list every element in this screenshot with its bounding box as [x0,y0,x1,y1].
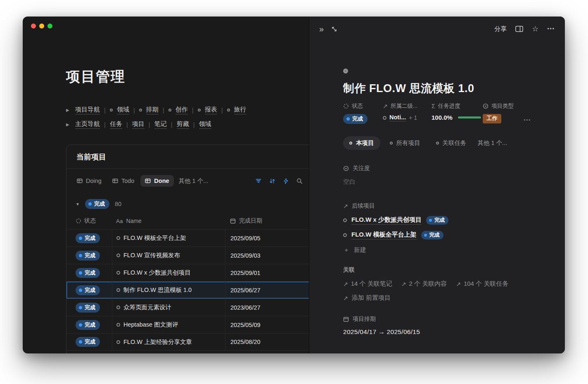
property-parent-value[interactable]: Noti... + 1 [383,114,432,121]
view-tab-doing[interactable]: Doing [72,175,106,187]
nav-link-projects[interactable]: 项目 [132,120,145,129]
property-type-value[interactable]: 工作 [483,114,519,123]
side-peek-layout-icon[interactable] [515,26,523,32]
property-type-label[interactable]: 项目类型 [483,102,519,110]
related-content-link[interactable]: ↗ 2 个 关联内容 [401,280,447,288]
more-options-icon[interactable]: ••• [547,26,555,32]
expand-page-icon[interactable] [331,26,337,32]
nav-link-domain2[interactable]: 领域 [199,120,211,129]
nav-link-clips[interactable]: 剪藏 [177,120,189,129]
view-tab-done[interactable]: Done [140,175,173,187]
row-title[interactable]: Heptabase 图文测评 [123,321,178,329]
filter-icon[interactable] [256,178,261,184]
row-date[interactable]: 2025/09/01 [230,270,261,276]
status-badge[interactable]: 完成 [76,233,100,243]
new-followup-button[interactable]: ＋ 新建 [343,246,531,254]
nav-link-domain[interactable]: 领域 [117,106,129,114]
followup-page-link[interactable]: FLO.W 模板全平台上架 [351,231,417,239]
minimize-window-button[interactable] [39,24,44,28]
column-header-name[interactable]: Aa Name [112,218,225,224]
schedule-property-label[interactable]: 项目排期 [343,315,531,323]
sort-icon[interactable] [269,178,275,184]
view-tab-todo[interactable]: Todo [108,175,139,187]
attention-empty-value[interactable]: 空白 [343,178,531,186]
automation-bolt-icon[interactable] [283,178,289,184]
row-title[interactable]: FLO.W 上架经验分享文章 [123,338,192,346]
row-date[interactable]: 2025/09/05 [230,235,261,242]
nav-link-create[interactable]: 创作 [175,106,188,114]
more-properties-icon[interactable]: ••• [524,117,531,124]
property-status-label[interactable]: 状态 [343,102,383,110]
table-row[interactable]: 完成 众筹页面元素设计 2023/06/27 [66,299,351,316]
view-tabs: Doing Todo Done 其他 1 个... [66,169,351,193]
nav-link-tasks[interactable]: 任务 [110,120,122,129]
table-row[interactable]: 完成 FLO.W 宣传视频发布 2025/09/03 [66,247,351,264]
close-peek-icon[interactable]: » [319,25,324,33]
table-row-selected[interactable]: 完成 制作 FLO.W 思流模板 1.0 2025/06/27 [66,281,351,299]
column-header-status[interactable]: 状态 [66,217,112,225]
view-tab-label: Done [154,178,169,184]
followup-page-link[interactable]: FLO.W x 少数派共创项目 [351,216,422,225]
schedule-date-range[interactable]: 2025/04/17 → 2025/06/15 [343,328,531,336]
row-date[interactable]: 2025/09/03 [230,252,261,259]
table-row[interactable]: 完成 FLO.W x 少数派共创项目 2025/09/01 [66,264,351,281]
page-ring-icon [116,236,120,240]
group-status-badge[interactable]: 完成 [85,199,109,209]
page-icon[interactable] [343,69,348,73]
property-status-value[interactable]: 完成 [343,114,383,124]
status-badge[interactable]: 完成 [76,268,100,278]
table-row[interactable]: 完成 Heptabase 图文测评 2025/05/09 [66,316,351,333]
related-notes-link[interactable]: ↗ 14 个 关联笔记 [343,280,392,288]
table-row[interactable]: 完成 FLO.W 上架经验分享文章 2025/08/20 [66,333,351,351]
property-parent-label[interactable]: ↗ 所属二级... [383,102,432,110]
nav-link-report[interactable]: 报表 [205,106,217,114]
zoom-window-button[interactable] [47,24,52,28]
toggle-triangle-icon[interactable]: ▶ [66,122,71,127]
nav-link-notes[interactable]: 笔记 [154,120,167,129]
table-row[interactable]: 完成 FLO.W 模板全平台上架 2025/09/05 [66,229,351,247]
nav-link-home-nav[interactable]: 主页导航 [75,120,100,129]
group-toggle-icon[interactable]: ▼ [76,202,80,206]
separator: | [104,107,106,114]
share-button[interactable]: 分享 [494,25,507,33]
more-tabs-button[interactable]: 其他 1 个... [478,139,507,147]
tab-this-project[interactable]: 本项目 [343,136,380,150]
row-date[interactable]: 2025/05/09 [230,322,261,328]
followup-item[interactable]: FLO.W 模板全平台上架 完成 [343,231,531,239]
nav-link-travel[interactable]: 旅行 [234,106,247,114]
row-title[interactable]: FLO.W 宣传视频发布 [123,251,180,259]
property-progress-label[interactable]: Σ 任务进度 [432,102,483,110]
status-badge[interactable]: 完成 [76,320,100,330]
column-header-label: Name [126,218,142,224]
peek-page-title[interactable]: 制作 FLO.W 思流模板 1.0 [343,81,531,96]
row-date[interactable]: 2023/06/27 [230,304,261,311]
nav-link-schedule[interactable]: 排期 [146,106,159,114]
attention-property-label[interactable]: 关注度 [343,165,531,172]
favorite-star-icon[interactable]: ☆ [532,24,538,33]
row-title[interactable]: 制作 FLO.W 思流模板 1.0 [123,286,192,294]
tab-related-tasks[interactable]: 关联任务 [430,136,473,150]
status-badge[interactable]: 完成 [76,285,100,295]
row-title[interactable]: FLO.W x 少数派共创项目 [123,269,191,277]
followup-item[interactable]: FLO.W x 少数派共创项目 完成 [343,216,531,225]
close-window-button[interactable] [31,24,36,28]
related-tasks-link[interactable]: ↗ 104 个 关联任务 [456,280,508,288]
followup-projects-label[interactable]: ↗ 后续项目 [343,202,531,210]
row-date[interactable]: 2025/08/20 [230,339,261,345]
row-title[interactable]: FLO.W 模板全平台上架 [123,234,186,242]
more-views-button[interactable]: 其他 1 个... [179,177,209,185]
row-date[interactable]: 2025/06/27 [230,287,261,294]
search-icon[interactable] [296,178,303,184]
nav-link-project-nav[interactable]: 项目导航 [75,106,100,114]
status-label: 完成 [85,321,95,329]
row-title[interactable]: 众筹页面元素设计 [123,303,171,311]
tab-all-projects[interactable]: 所有项目 [384,136,427,150]
status-badge[interactable]: 完成 [76,251,100,261]
toggle-triangle-icon[interactable]: ▶ [66,108,71,112]
status-badge[interactable]: 完成 [76,303,100,313]
relation-link-text: 14 个 关联笔记 [351,280,392,288]
parent-page-link[interactable]: Noti... [389,114,406,121]
property-progress-value[interactable]: 100.0% [432,114,483,121]
add-predecessor-button[interactable]: ↗ 添加 前置项目 [343,294,531,302]
status-badge[interactable]: 完成 [76,337,100,347]
